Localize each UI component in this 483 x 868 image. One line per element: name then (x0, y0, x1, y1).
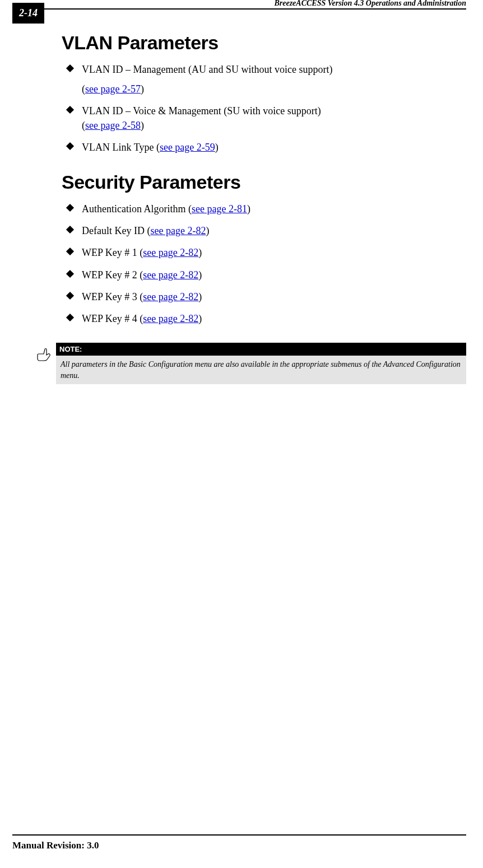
page-link[interactable]: see page 2-82 (143, 269, 198, 281)
item-text: Default Key ID ( (82, 225, 150, 236)
note-box: NOTE: All parameters in the Basic Config… (56, 343, 466, 384)
page-link[interactable]: see page 2-59 (160, 142, 215, 153)
heading-security-parameters: Security Parameters (62, 171, 466, 193)
footer-text: Manual Revision: 3.0 (12, 840, 466, 851)
paren-close: ) (198, 291, 202, 302)
page-link[interactable]: see page 2-57 (85, 83, 141, 95)
item-text: WEP Key # 4 ( (82, 313, 143, 324)
page-header: 2-14 BreezeACCESS Version 4.3 Operations… (0, 0, 483, 10)
pointing-hand-icon (36, 346, 54, 362)
item-text: WEP Key # 2 ( (82, 269, 143, 281)
paren-close: ) (141, 120, 144, 131)
footer-rule (12, 834, 466, 836)
list-item: Authentication Algorithm (see page 2-81) (62, 202, 466, 216)
note-label: NOTE: (56, 343, 466, 356)
item-text: Authentication Algorithm ( (82, 203, 192, 214)
list-item: WEP Key # 4 (see page 2-82) (62, 312, 466, 326)
paren-close: ) (206, 225, 209, 236)
main-content: VLAN Parameters VLAN ID – Management (AU… (62, 32, 466, 384)
list-item: WEP Key # 1 (see page 2-82) (62, 246, 466, 260)
list-item: WEP Key # 2 (see page 2-82) (62, 268, 466, 282)
list-item: VLAN ID – Management (AU and SU without … (62, 63, 466, 96)
paren-close: ) (215, 142, 219, 153)
header-rule (42, 8, 466, 10)
paren-close: ) (198, 313, 202, 324)
hand-icon (34, 343, 56, 364)
page-link[interactable]: see page 2-82 (143, 247, 198, 258)
paren-close: ) (198, 247, 202, 258)
vlan-list: VLAN ID – Management (AU and SU without … (62, 63, 466, 155)
page-link[interactable]: see page 2-82 (150, 225, 206, 236)
list-item: Default Key ID (see page 2-82) (62, 224, 466, 238)
note-block: NOTE: All parameters in the Basic Config… (34, 343, 466, 384)
paren-close: ) (198, 269, 202, 281)
list-item: WEP Key # 3 (see page 2-82) (62, 290, 466, 304)
item-text: WEP Key # 1 ( (82, 247, 143, 258)
list-item: VLAN ID – Voice & Management (SU with vo… (62, 104, 466, 132)
page-link[interactable]: see page 2-58 (85, 120, 141, 131)
page-link[interactable]: see page 2-82 (143, 291, 198, 302)
paren-close: ) (247, 203, 250, 214)
security-list: Authentication Algorithm (see page 2-81)… (62, 202, 466, 326)
page-number-badge: 2-14 (12, 3, 44, 24)
list-item: VLAN Link Type (see page 2-59) (62, 141, 466, 155)
item-text: VLAN ID – Management (AU and SU without … (82, 64, 332, 75)
page-link[interactable]: see page 2-81 (192, 203, 247, 214)
page-link[interactable]: see page 2-82 (143, 313, 198, 324)
paren-close: ) (141, 83, 144, 95)
item-text: VLAN Link Type ( (82, 142, 160, 153)
heading-vlan-parameters: VLAN Parameters (62, 32, 466, 54)
page-footer: Manual Revision: 3.0 (12, 834, 466, 851)
item-text: WEP Key # 3 ( (82, 291, 143, 302)
note-body: All parameters in the Basic Configuratio… (56, 356, 466, 384)
header-title: BreezeACCESS Version 4.3 Operations and … (272, 0, 466, 8)
